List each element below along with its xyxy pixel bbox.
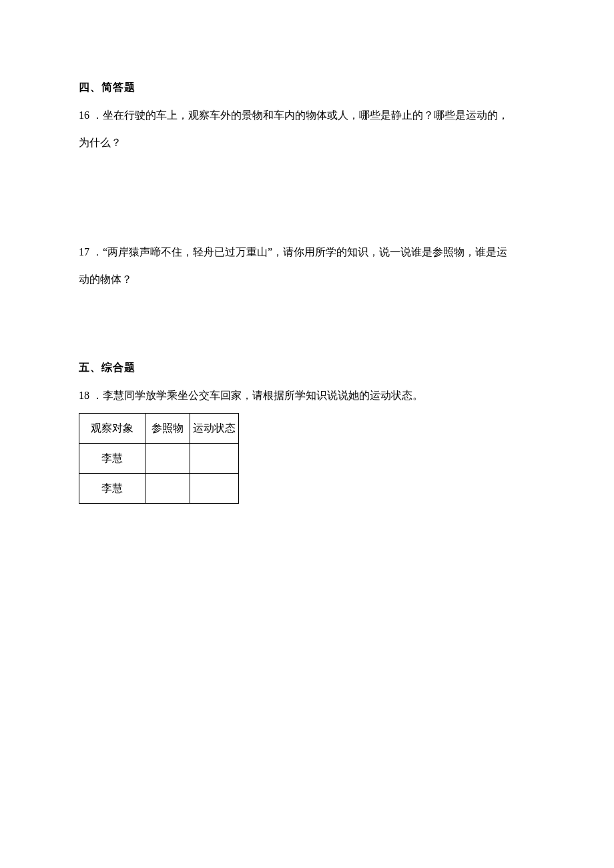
- table-cell-state: [190, 444, 239, 474]
- table-cell-reference: [145, 474, 190, 504]
- question-17-number: 17 ．: [79, 238, 103, 266]
- question-17-text-line1: “两岸猿声啼不住，轻舟已过万重山”，请你用所学的知识，说一说谁是参照物，谁是运: [103, 238, 507, 266]
- question-16: 16 ． 坐在行驶的车上，观察车外的景物和车内的物体或人，哪些是静止的？哪些是运…: [79, 101, 541, 129]
- question-16-text-line2: 为什么？: [79, 129, 541, 157]
- question-18: 18 ． 李慧同学放学乘坐公交车回家，请根据所学知识说说她的运动状态。: [79, 382, 541, 410]
- question-16-number: 16 ．: [79, 101, 103, 129]
- table-cell-subject: 李慧: [79, 474, 145, 504]
- section-4-heading: 四、简答题: [79, 73, 541, 101]
- table-row: 观察对象 参照物 运动状态: [79, 414, 239, 444]
- table-header-subject: 观察对象: [79, 414, 145, 444]
- question-16-text-line1: 坐在行驶的车上，观察车外的景物和车内的物体或人，哪些是静止的？哪些是运动的，: [103, 101, 509, 129]
- table-cell-subject: 李慧: [79, 444, 145, 474]
- question-18-text: 李慧同学放学乘坐公交车回家，请根据所学知识说说她的运动状态。: [103, 382, 423, 410]
- table-header-state: 运动状态: [190, 414, 239, 444]
- table-header-reference: 参照物: [145, 414, 190, 444]
- question-17-text-line2: 动的物体？: [79, 266, 541, 294]
- table-cell-reference: [145, 444, 190, 474]
- answer-space-16: [79, 157, 541, 238]
- question-18-number: 18 ．: [79, 382, 103, 410]
- document-page: 四、简答题 16 ． 坐在行驶的车上，观察车外的景物和车内的物体或人，哪些是静止…: [0, 0, 614, 868]
- table-cell-state: [190, 474, 239, 504]
- answer-space-17: [79, 294, 541, 354]
- table-row: 李慧: [79, 444, 239, 474]
- table-row: 李慧: [79, 474, 239, 504]
- answer-table: 观察对象 参照物 运动状态 李慧 李慧: [79, 413, 239, 504]
- section-5-heading: 五、综合题: [79, 354, 541, 382]
- question-17: 17 ． “两岸猿声啼不住，轻舟已过万重山”，请你用所学的知识，说一说谁是参照物…: [79, 238, 541, 266]
